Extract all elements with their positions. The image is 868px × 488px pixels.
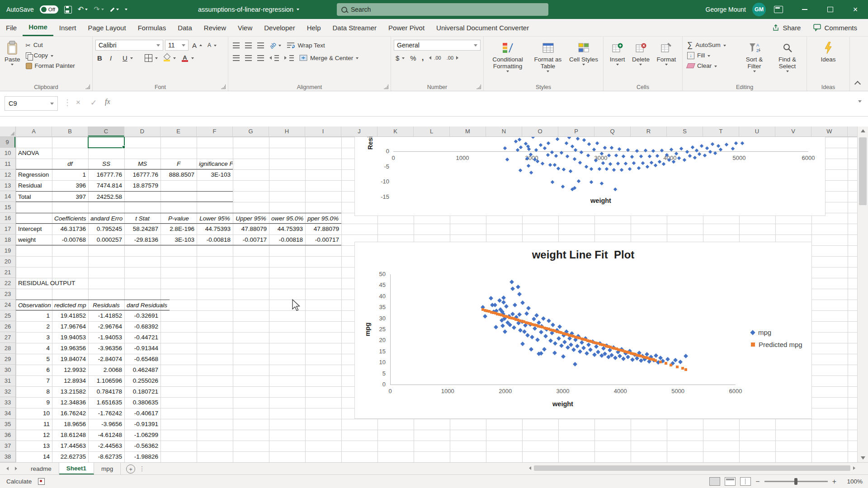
row-header-37[interactable]: 37 <box>0 441 15 451</box>
column-header-H[interactable]: H <box>269 127 305 136</box>
grid-cell-D32[interactable]: 0.180721 <box>124 386 160 397</box>
new-sheet-button[interactable]: + <box>126 465 135 474</box>
clipboard-dialog-launcher[interactable] <box>85 84 90 89</box>
grid-cell-A17[interactable]: Intercept <box>16 224 52 235</box>
grid-cell-A10[interactable]: ANOVA <box>16 148 52 159</box>
vertical-scrollbar[interactable] <box>857 127 868 462</box>
row-header-36[interactable]: 36 <box>0 430 15 441</box>
italic-button[interactable]: I <box>108 53 119 63</box>
align-right-button[interactable] <box>255 53 266 63</box>
row-header-27[interactable]: 27 <box>0 332 15 343</box>
number-format-select[interactable]: General <box>394 40 481 51</box>
scroll-left-arrow[interactable] <box>529 466 531 470</box>
grid-cell-G16[interactable]: Upper 95% <box>233 213 269 224</box>
select-all-corner[interactable] <box>0 127 16 137</box>
grid-cell-A33[interactable]: 9 <box>16 397 52 408</box>
row-header-16[interactable]: 16 <box>0 213 15 224</box>
fill-handle[interactable] <box>122 145 125 149</box>
orientation-button[interactable]: ab <box>268 40 283 51</box>
grid-cell-F17[interactable]: 44.75393 <box>197 224 233 235</box>
confirm-entry-button[interactable]: ✓ <box>90 98 97 108</box>
legend-item-mpg[interactable]: mpg <box>751 326 802 338</box>
save-button[interactable] <box>64 6 72 14</box>
grid-cell-B25[interactable]: 19.41852 <box>52 310 88 321</box>
grid-cell-D37[interactable]: -0.56362 <box>124 441 160 451</box>
column-header-A[interactable]: A <box>16 127 52 136</box>
row-header-14[interactable]: 14 <box>0 191 15 202</box>
grid-cell-A30[interactable]: 6 <box>16 365 52 375</box>
column-header-V[interactable]: V <box>775 127 811 136</box>
grid-cell-A24[interactable]: Observation <box>16 300 52 310</box>
percent-style-button[interactable]: % <box>408 53 418 63</box>
fill-button[interactable]: ↓Fill <box>685 50 738 61</box>
row-header-26[interactable]: 26 <box>0 321 15 332</box>
row-header-25[interactable]: 25 <box>0 310 15 321</box>
redo-button[interactable]: ↷ <box>94 6 104 13</box>
grid-cell-C35[interactable]: -3.9656 <box>88 419 124 430</box>
zoom-out-button[interactable]: − <box>755 478 760 486</box>
grid-cell-B35[interactable]: 18.9656 <box>52 419 88 430</box>
grid-cell-C27[interactable]: -1.94053 <box>88 332 124 343</box>
column-header-K[interactable]: K <box>377 127 414 136</box>
underline-button[interactable]: U <box>121 53 135 63</box>
grid-cell-B31[interactable]: 12.8934 <box>52 375 88 386</box>
grid-cell-C26[interactable]: -2.96764 <box>88 321 124 332</box>
grid-cell-A38[interactable]: 14 <box>16 451 52 462</box>
grid-cell-H17[interactable]: 44.75393 <box>269 224 305 235</box>
row-header-22[interactable]: 22 <box>0 278 15 289</box>
tab-insert[interactable]: Insert <box>53 19 82 36</box>
grid-cell-C28[interactable]: -3.96356 <box>88 343 124 354</box>
grid-cell-C34[interactable]: -1.76242 <box>88 408 124 419</box>
row-header-11[interactable]: 11 <box>0 159 15 169</box>
column-header-W[interactable]: W <box>811 127 848 136</box>
tab-page-layout[interactable]: Page Layout <box>82 19 132 36</box>
grid-cell-B33[interactable]: 12.34836 <box>52 397 88 408</box>
grid-cell-B13[interactable]: 396 <box>52 180 88 191</box>
grid-cell-D16[interactable]: t Stat <box>124 213 160 224</box>
grid-cell-A18[interactable]: weight <box>16 235 52 245</box>
grid-cell-F14[interactable] <box>197 191 233 202</box>
tab-power-pivot[interactable]: Power Pivot <box>382 19 430 36</box>
autosave-toggle[interactable]: Off <box>40 5 58 14</box>
grid-cell-B27[interactable]: 19.94053 <box>52 332 88 343</box>
grid-cell-C30[interactable]: 2.0068 <box>88 365 124 375</box>
page-layout-view-button[interactable] <box>725 477 736 486</box>
user-name[interactable]: George Mount <box>706 6 746 13</box>
grid-cell-A35[interactable]: 11 <box>16 419 52 430</box>
grid-cell-E11[interactable]: F <box>160 159 197 169</box>
scroll-up-arrow[interactable] <box>861 129 865 132</box>
column-header-Q[interactable]: Q <box>594 127 631 136</box>
column-header-L[interactable]: L <box>414 127 450 136</box>
collapse-ribbon-button[interactable] <box>854 81 861 87</box>
decrease-indent-button[interactable] <box>268 53 281 63</box>
avatar[interactable]: GM <box>752 3 766 16</box>
grid-cell-D36[interactable]: -1.06299 <box>124 430 160 441</box>
grid-cell-C37[interactable]: -2.44563 <box>88 441 124 451</box>
tab-universal-document-converter[interactable]: Universal Document Converter <box>430 19 535 36</box>
increase-font-button[interactable]: A <box>190 40 204 51</box>
tab-home[interactable]: Home <box>23 19 53 36</box>
decrease-font-button[interactable]: A <box>206 40 218 51</box>
grid-cell-B12[interactable]: 1 <box>52 169 88 180</box>
column-header-C[interactable]: C <box>88 127 124 136</box>
column-header-J[interactable]: J <box>341 127 377 136</box>
grid-cell-D35[interactable]: -0.91391 <box>124 419 160 430</box>
grid-cell-A26[interactable]: 2 <box>16 321 52 332</box>
row-header-9[interactable]: 9 <box>0 137 15 148</box>
grid-cell-E14[interactable] <box>160 191 197 202</box>
column-header-R[interactable]: R <box>631 127 667 136</box>
row-header-19[interactable]: 19 <box>0 245 15 256</box>
bold-button[interactable]: B <box>95 53 106 63</box>
column-header-P[interactable]: P <box>558 127 594 136</box>
grid-cell-C25[interactable]: -1.41852 <box>88 310 124 321</box>
grid-cell-A16[interactable] <box>16 213 52 224</box>
calculation-status[interactable]: Calculate <box>6 478 32 485</box>
column-header-T[interactable]: T <box>703 127 739 136</box>
formula-input[interactable] <box>121 96 850 111</box>
grid-cell-B30[interactable]: 12.9932 <box>52 365 88 375</box>
tab-view[interactable]: View <box>232 19 258 36</box>
font-color-button[interactable]: A <box>179 53 196 63</box>
format-as-table-button[interactable]: Format as Table <box>529 39 567 73</box>
column-header-F[interactable]: F <box>197 127 233 136</box>
grid-cell-I18[interactable]: -0.00717 <box>305 235 341 245</box>
